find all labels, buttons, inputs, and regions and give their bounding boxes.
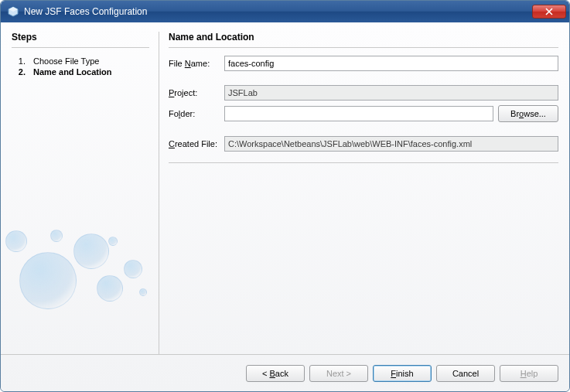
step-item: 2. Name and Location	[12, 66, 149, 77]
vertical-divider	[159, 32, 159, 354]
field-created-file: Created File:	[169, 136, 558, 152]
browse-button[interactable]: Browse...	[498, 105, 558, 122]
back-button[interactable]: < Back	[246, 365, 305, 382]
close-button[interactable]	[532, 5, 566, 19]
titlebar: New JSF Faces Configuration	[1, 1, 569, 22]
filename-input[interactable]	[224, 56, 558, 71]
decorative-bubbles	[1, 199, 166, 323]
main-area: Steps 1. Choose File Type 2. Name and Lo…	[1, 22, 569, 354]
filename-label: File Name:	[169, 59, 224, 68]
form-panel: Name and Location File Name: Project: Fo…	[169, 32, 558, 354]
form-heading: Name and Location	[169, 32, 558, 48]
next-button: Next >	[309, 365, 368, 382]
project-input	[224, 85, 558, 101]
button-bar: < Back Next > Finish Cancel Help	[1, 354, 569, 391]
field-filename: File Name:	[169, 56, 558, 71]
cancel-button[interactable]: Cancel	[436, 365, 495, 382]
steps-list: 1. Choose File Type 2. Name and Location	[12, 56, 149, 77]
form-separator	[169, 162, 558, 163]
step-number: 2.	[16, 67, 26, 77]
step-label: Choose File Type	[33, 56, 99, 66]
folder-label: Folder:	[169, 109, 224, 118]
steps-panel: Steps 1. Choose File Type 2. Name and Lo…	[12, 32, 159, 354]
field-project: Project:	[169, 85, 558, 101]
help-button: Help	[500, 365, 558, 382]
created-file-label: Created File:	[169, 139, 224, 148]
close-icon	[545, 8, 553, 15]
field-folder: Folder: Browse...	[169, 105, 558, 122]
window-title: New JSF Faces Configuration	[24, 6, 532, 17]
finish-button[interactable]: Finish	[373, 365, 432, 382]
app-icon	[7, 5, 19, 18]
step-item: 1. Choose File Type	[12, 56, 149, 66]
step-number: 1.	[16, 56, 26, 66]
steps-heading: Steps	[12, 32, 149, 48]
project-label: Project:	[169, 88, 224, 97]
folder-input[interactable]	[224, 106, 493, 121]
created-file-input	[224, 136, 558, 152]
step-label: Name and Location	[33, 67, 111, 77]
dialog-body: Steps 1. Choose File Type 2. Name and Lo…	[1, 22, 569, 391]
